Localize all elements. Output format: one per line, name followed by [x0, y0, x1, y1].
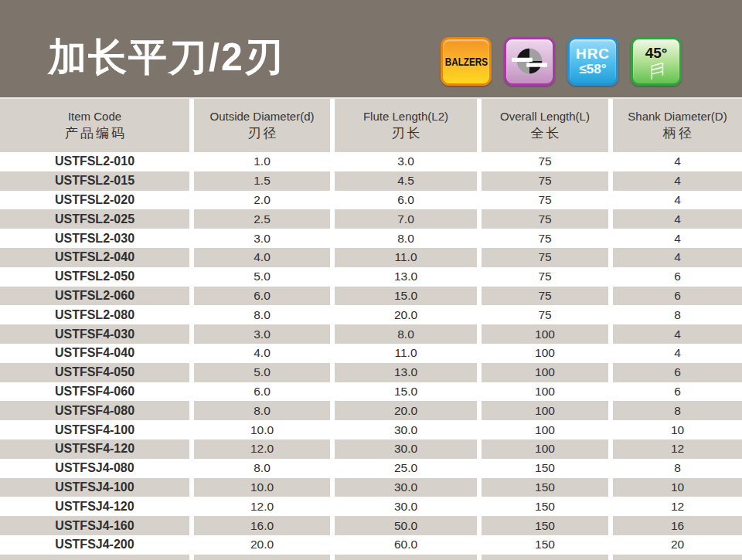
coating-badge: [504, 37, 555, 86]
table-row: USTFSF4-0404.011.01004: [0, 344, 742, 363]
value-cell: 10.0: [192, 478, 332, 497]
value-cell: 8.0: [192, 459, 332, 478]
table-row: USTFSL2-0303.08.0754: [0, 229, 742, 248]
value-cell: 100: [479, 382, 611, 402]
value-cell: 100: [479, 440, 611, 459]
item-code-cell: USTFSL2-040: [0, 248, 192, 267]
value-cell: 75: [479, 267, 611, 287]
header-label-en: Overall Length(L): [482, 109, 608, 124]
value-cell: 7.0: [332, 209, 479, 229]
value-cell: 8.0: [192, 401, 332, 420]
value-cell: 6.0: [332, 191, 479, 210]
catalog-page: 加长平刀/2刃 BALZERS HRC ≤58° 45°: [0, 0, 742, 560]
item-code-cell: USTFSF4-040: [0, 344, 192, 363]
header-label-zh: 产品编码: [0, 125, 189, 142]
value-cell: 16.0: [192, 516, 332, 535]
value-cell: 6: [611, 363, 742, 382]
value-cell: 100: [479, 420, 611, 440]
value-cell: 75: [479, 171, 611, 191]
header-label-en: Item Code: [0, 109, 189, 124]
table-row: USTFSF4-0606.015.01006: [0, 382, 742, 402]
item-code-cell: USTFSJ4-160: [0, 516, 192, 535]
item-code-cell: USTFSF4-060: [0, 382, 192, 402]
value-cell: 12: [611, 440, 742, 459]
table-header-row: Item Code 产品编码 Outside Diameter(d) 刃径 Fl…: [0, 99, 742, 152]
value-cell: 4: [611, 171, 742, 191]
value-cell: 4.0: [192, 248, 332, 267]
column-header-overall-length: Overall Length(L) 全长: [479, 99, 611, 152]
value-cell: 150: [479, 497, 611, 516]
item-code-cell: USTFSF4-030: [0, 324, 192, 344]
value-cell: [0, 555, 192, 560]
header-label-zh: 刃长: [335, 125, 477, 142]
item-code-cell: USTFSL2-060: [0, 287, 192, 306]
item-code-cell: USTFSJ4-100: [0, 478, 192, 497]
helix-angle-value: 45°: [645, 46, 668, 60]
page-title: 加长平刀/2刃: [48, 36, 284, 79]
item-code-cell: USTFSF4-080: [0, 401, 192, 420]
value-cell: 20: [611, 535, 742, 555]
helix-angle-badge: 45°: [631, 37, 682, 86]
column-header-shank-diameter: Shank Diameter(D) 柄径: [611, 99, 742, 152]
item-code-cell: USTFSL2-015: [0, 171, 192, 191]
item-code-cell: USTFSJ4-080: [0, 459, 192, 478]
table-row: USTFSL2-0151.54.5754: [0, 171, 742, 191]
value-cell: 12.0: [192, 497, 332, 516]
value-cell: 10: [611, 478, 742, 497]
table-row: USTFSL2-0202.06.0754: [0, 191, 742, 210]
item-code-cell: USTFSJ4-200: [0, 535, 192, 555]
value-cell: 6.0: [192, 287, 332, 306]
value-cell: 15.0: [332, 382, 479, 402]
value-cell: 15.0: [332, 287, 479, 306]
value-cell: 4.0: [192, 344, 332, 363]
item-code-cell: USTFSL2-080: [0, 305, 192, 324]
header-label-zh: 全长: [482, 125, 608, 142]
value-cell: 11.0: [332, 248, 479, 267]
hrc-label: HRC: [576, 46, 610, 63]
hardness-badge: HRC ≤58°: [567, 37, 618, 86]
value-cell: 8: [611, 305, 742, 324]
balzers-badge: BALZERS: [441, 37, 492, 86]
value-cell: 150: [479, 459, 611, 478]
value-cell: 30.0: [332, 440, 479, 459]
table-row: USTFSL2-0808.020.0758: [0, 305, 742, 324]
value-cell: 150: [479, 478, 611, 497]
value-cell: 75: [479, 248, 611, 267]
value-cell: 3.0: [192, 229, 332, 248]
value-cell: 16: [611, 516, 742, 535]
value-cell: 75: [479, 209, 611, 229]
value-cell: 20.0: [192, 535, 332, 555]
column-header-outside-diameter: Outside Diameter(d) 刃径: [192, 99, 332, 152]
value-cell: 1.0: [192, 152, 332, 171]
value-cell: 6: [611, 267, 742, 287]
balzers-label: BALZERS: [444, 55, 487, 68]
badges-row: BALZERS HRC ≤58° 45°: [441, 37, 682, 86]
value-cell: 12.0: [192, 440, 332, 459]
value-cell: 100: [479, 344, 611, 363]
table-row: USTFSF4-10010.030.010010: [0, 420, 742, 440]
table-row: USTFSL2-0404.011.0754: [0, 248, 742, 267]
table-row-partial: [0, 555, 742, 560]
banner: 加长平刀/2刃 BALZERS HRC ≤58° 45°: [0, 0, 742, 97]
item-code-cell: USTFSF4-050: [0, 363, 192, 382]
value-cell: 100: [479, 324, 611, 344]
column-header-flute-length: Flute Length(L2) 刃长: [332, 99, 479, 152]
value-cell: 4: [611, 324, 742, 344]
value-cell: 4: [611, 152, 742, 171]
value-cell: [479, 555, 611, 560]
value-cell: 5.0: [192, 267, 332, 287]
table-row: USTFSL2-0606.015.0756: [0, 287, 742, 306]
table-row: USTFSF4-0303.08.01004: [0, 324, 742, 344]
value-cell: [611, 555, 742, 560]
value-cell: 12: [611, 497, 742, 516]
value-cell: 2.0: [192, 191, 332, 210]
table-row: USTFSJ4-12012.030.015012: [0, 497, 742, 516]
table-body: USTFSL2-0101.03.0754USTFSL2-0151.54.5754…: [0, 152, 742, 560]
table-row: USTFSJ4-10010.030.015010: [0, 478, 742, 497]
table-row: USTFSL2-0101.03.0754: [0, 152, 742, 171]
value-cell: 60.0: [332, 535, 479, 555]
item-code-cell: USTFSF4-120: [0, 440, 192, 459]
value-cell: 3.0: [192, 324, 332, 344]
value-cell: 8.0: [192, 305, 332, 324]
value-cell: 8.0: [332, 324, 479, 344]
